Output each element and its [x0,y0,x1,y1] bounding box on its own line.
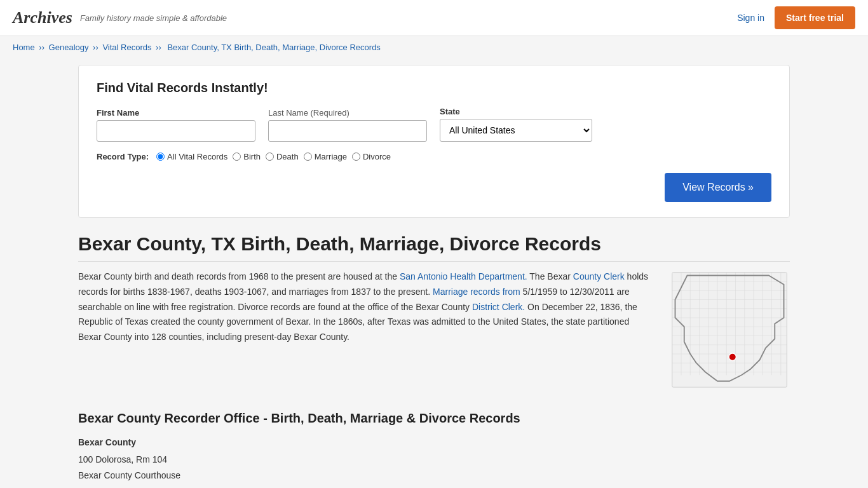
page-heading: Bexar County, TX Birth, Death, Marriage,… [78,233,790,262]
district-clerk-link[interactable]: District Clerk. [472,302,525,312]
office-address3: San Antonio, TX 78205-3083 [78,484,790,488]
desc-p1a: Bexar County birth and death records fro… [78,271,400,281]
state-label: State [440,107,592,116]
desc-p1b: The Bexar [527,271,573,281]
bexar-county-marker [729,353,736,360]
breadcrumb-sep2: ›› [93,43,100,52]
last-name-label: Last Name (Required) [268,108,427,118]
state-select[interactable]: All United States Alabama Alaska Arizona… [440,119,592,142]
logo: Archives [13,8,72,27]
radio-death-input[interactable] [266,152,274,161]
radio-birth-input[interactable] [233,152,241,161]
state-field-group: State All United States Alabama Alaska A… [440,107,592,142]
breadcrumb-home[interactable]: Home [13,43,35,52]
main-content: Find Vital Records Instantly! First Name… [65,58,803,488]
breadcrumb-genealogy[interactable]: Genealogy [49,43,89,52]
start-trial-button[interactable]: Start free trial [775,6,855,29]
radio-all-vital[interactable]: All Vital Records [156,152,227,161]
search-box: Find Vital Records Instantly! First Name… [78,65,790,218]
header: Archives Family history made simple & af… [0,0,868,36]
breadcrumb-current: Bexar County, TX Birth, Death, Marriage,… [167,43,380,52]
tagline: Family history made simple & affordable [80,13,227,23]
description-text: Bexar County birth and death records fro… [78,269,650,392]
search-fields: First Name Last Name (Required) State Al… [97,107,771,142]
county-clerk-link[interactable]: County Clerk [573,271,625,281]
radio-divorce-input[interactable] [352,152,360,161]
san-antonio-health-link[interactable]: San Antonio Health Department. [400,271,527,281]
texas-map [669,269,790,392]
radio-all-vital-input[interactable] [156,152,165,161]
sign-in-link[interactable]: Sign in [737,13,764,23]
radio-marriage[interactable]: Marriage [304,152,347,161]
breadcrumb-sep1: ›› [39,43,46,52]
first-name-input[interactable] [97,120,255,142]
breadcrumb: Home ›› Genealogy ›› Vital Records ›› Be… [0,36,868,58]
breadcrumb-sep3: ›› [156,43,163,52]
record-type-label: Record Type: [97,152,149,161]
record-type-row: Record Type: All Vital Records Birth Dea… [97,152,771,161]
description-section: Bexar County birth and death records fro… [78,269,790,392]
svg-rect-0 [672,273,787,388]
view-records-button[interactable]: View Records » [665,173,771,202]
last-name-field-group: Last Name (Required) [268,108,427,142]
first-name-field-group: First Name [97,108,255,142]
search-title: Find Vital Records Instantly! [97,81,771,95]
first-name-label: First Name [97,108,255,118]
last-name-input[interactable] [268,120,427,142]
breadcrumb-vital-records[interactable]: Vital Records [102,43,151,52]
radio-marriage-input[interactable] [304,152,312,161]
office-info: Bexar County 100 Dolorosa, Rm 104 Bexar … [78,435,790,488]
office-address2: Bexar County Courthouse [78,468,790,484]
header-right: Sign in Start free trial [737,6,855,29]
radio-birth[interactable]: Birth [233,152,261,161]
recorder-heading: Bexar County Recorder Office - Birth, De… [78,411,790,426]
radio-divorce[interactable]: Divorce [352,152,391,161]
texas-map-svg [669,269,790,390]
marriage-records-link[interactable]: Marriage records from [433,287,520,297]
office-address1: 100 Dolorosa, Rm 104 [78,452,790,468]
header-left: Archives Family history made simple & af… [13,8,227,27]
office-name: Bexar County [78,435,790,451]
radio-death[interactable]: Death [266,152,299,161]
